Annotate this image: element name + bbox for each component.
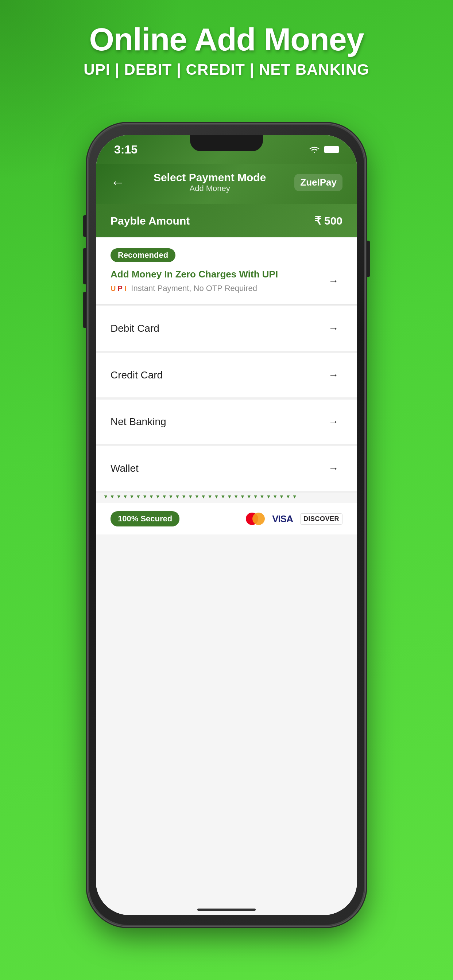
header-title: Select Payment Mode — [153, 171, 266, 184]
wallet-arrow[interactable]: → — [324, 460, 343, 477]
recommended-badge: Recomended — [110, 248, 175, 262]
header-center: Select Payment Mode Add Money — [153, 171, 266, 193]
header-section: Online Add Money UPI | DEBIT | CREDIT | … — [0, 22, 453, 78]
wallet-label: Wallet — [110, 463, 139, 474]
upi-arrow[interactable]: → — [324, 272, 343, 290]
upi-p: P — [118, 285, 123, 293]
home-indicator — [197, 908, 256, 911]
net-banking-label: Net Banking — [110, 416, 166, 428]
header-subtitle: Add Money — [153, 184, 266, 193]
credit-card-label: Credit Card — [110, 369, 163, 381]
upi-option[interactable]: Recomended Add Money In Zero Charges Wit… — [96, 237, 357, 305]
page-subtitle: UPI | DEBIT | CREDIT | NET BANKING — [0, 61, 453, 78]
volume-down-button — [83, 292, 88, 328]
debit-card-arrow[interactable]: → — [324, 320, 343, 337]
mastercard-logo — [246, 512, 265, 525]
debit-card-option[interactable]: Debit Card → — [96, 306, 357, 352]
back-button[interactable]: ← — [110, 174, 125, 191]
wifi-icon — [309, 145, 320, 153]
amount-label: Payble Amount — [110, 215, 190, 227]
bottom-space — [96, 535, 357, 915]
status-bar: 3:15 — [96, 135, 357, 164]
phone-screen: 3:15 ← Select Payment Mode Add Money — [96, 135, 357, 915]
volume-up-button — [83, 248, 88, 285]
debit-card-label: Debit Card — [110, 323, 160, 334]
status-icons — [309, 145, 339, 153]
zigzag-divider — [96, 493, 357, 503]
net-banking-option[interactable]: Net Banking → — [96, 399, 357, 445]
upi-title: Add Money In Zero Charges With UPI — [110, 269, 278, 280]
amount-value: ₹ 500 — [314, 215, 343, 227]
app-header: ← Select Payment Mode Add Money ZuelPay — [96, 164, 357, 204]
silent-switch — [83, 215, 88, 237]
notch — [190, 135, 263, 151]
power-button — [365, 240, 370, 277]
net-banking-arrow[interactable]: → — [324, 413, 343, 431]
discover-logo: DISCOVER — [300, 513, 343, 525]
battery-icon — [324, 146, 339, 153]
upi-subtitle: Instant Payment, No OTP Required — [131, 284, 257, 293]
upi-i: I — [124, 285, 127, 293]
phone-mockup: 3:15 ← Select Payment Mode Add Money — [88, 124, 365, 926]
upi-sub-row: U P I Instant Payment, No OTP Required — [110, 284, 278, 293]
mc-right — [252, 512, 265, 525]
status-time: 3:15 — [114, 143, 137, 156]
credit-card-option[interactable]: Credit Card → — [96, 353, 357, 398]
footer-bar: 100% Secured VISA DISCOVER — [96, 503, 357, 535]
page-title: Online Add Money — [0, 22, 453, 57]
wallet-option[interactable]: Wallet → — [96, 446, 357, 492]
payment-logos: VISA DISCOVER — [246, 512, 343, 525]
upi-details: Add Money In Zero Charges With UPI U P I… — [110, 269, 278, 293]
upi-u: U — [110, 285, 116, 293]
amount-bar: Payble Amount ₹ 500 — [96, 204, 357, 237]
credit-card-arrow[interactable]: → — [324, 366, 343, 384]
upi-logo: U P I — [110, 285, 126, 293]
brand-logo: ZuelPay — [294, 174, 343, 191]
secured-badge: 100% Secured — [110, 511, 179, 527]
visa-logo: VISA — [272, 513, 293, 525]
